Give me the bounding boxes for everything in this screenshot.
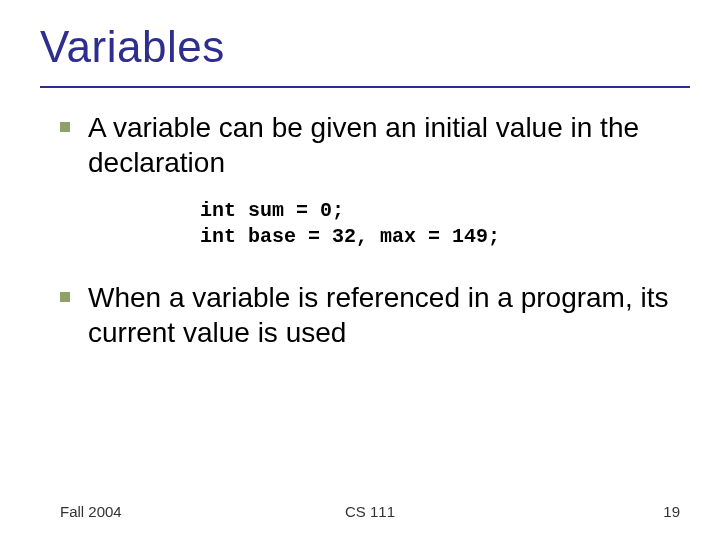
footer-course: CS 111 bbox=[60, 503, 680, 520]
title-underline bbox=[40, 86, 690, 88]
slide: Variables A variable can be given an ini… bbox=[0, 0, 720, 540]
square-bullet-icon bbox=[60, 122, 70, 132]
bullet-text: When a variable is referenced in a progr… bbox=[88, 280, 670, 350]
code-sample: int sum = 0; int base = 32, max = 149; bbox=[200, 198, 670, 250]
bullet-text: A variable can be given an initial value… bbox=[88, 110, 670, 180]
footer-term: Fall 2004 bbox=[60, 503, 122, 520]
square-bullet-icon bbox=[60, 292, 70, 302]
slide-body: A variable can be given an initial value… bbox=[60, 110, 670, 368]
bullet-item: When a variable is referenced in a progr… bbox=[60, 280, 670, 350]
bullet-item: A variable can be given an initial value… bbox=[60, 110, 670, 180]
footer-page-number: 19 bbox=[663, 503, 680, 520]
slide-footer: Fall 2004 CS 111 19 bbox=[60, 503, 680, 520]
slide-title: Variables bbox=[40, 22, 225, 72]
